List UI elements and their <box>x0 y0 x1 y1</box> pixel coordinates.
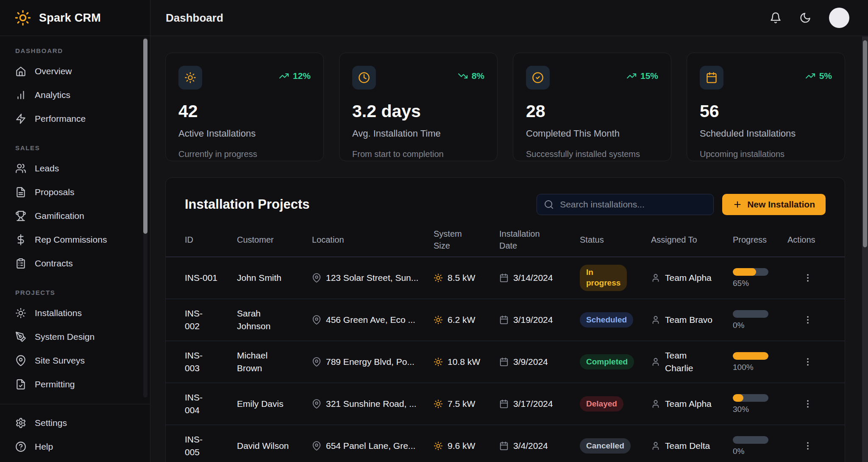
gear-icon <box>15 417 26 428</box>
search-input[interactable] <box>559 199 707 210</box>
stat-value: 28 <box>526 101 658 121</box>
new-installation-button[interactable]: New Installation <box>722 194 826 215</box>
cell-location: 321 Sunshine Road, ... <box>312 398 434 410</box>
trending-down-icon <box>458 71 468 81</box>
more-vertical-icon <box>803 357 813 367</box>
topbar-actions <box>770 8 849 28</box>
sidebar-item-label: Leads <box>35 163 59 174</box>
cell-id: INS-004 <box>185 391 237 417</box>
cell-actions <box>787 271 826 285</box>
sidebar-scrollbar[interactable] <box>143 37 147 398</box>
sidebar-item-overview[interactable]: Overview <box>15 59 128 83</box>
sidebar-item-analytics[interactable]: Analytics <box>15 83 128 107</box>
cell-installation-date: 3/19/2024 <box>499 314 580 326</box>
page-title: Dashboard <box>166 11 223 25</box>
calendar-icon <box>499 273 509 283</box>
sidebar-item-leads[interactable]: Leads <box>15 157 128 180</box>
sidebar-item-label: Proposals <box>35 187 74 197</box>
nav-section-label: SALES <box>15 144 128 151</box>
notifications-button[interactable] <box>770 12 782 24</box>
cell-actions <box>787 397 826 411</box>
stat-label: Active Installations <box>178 128 311 139</box>
progress-bar <box>733 310 768 318</box>
sidebar-item-help[interactable]: Help <box>15 435 135 459</box>
user-icon <box>651 441 660 451</box>
sidebar-item-settings[interactable]: Settings <box>15 411 135 435</box>
cell-actions <box>787 313 826 327</box>
nav-section-dashboard: DASHBOARD Overview Analytics Performance <box>15 47 128 131</box>
stat-cards: 12% 42 Active Installations Currently in… <box>165 53 845 161</box>
stat-trend: 8% <box>458 71 484 81</box>
more-vertical-icon <box>803 273 813 283</box>
column-header-progress: Progress <box>733 234 787 246</box>
clipboard-icon <box>15 258 26 269</box>
sidebar-item-rep-commissions[interactable]: Rep Commissions <box>15 228 128 252</box>
sidebar-item-label: Permitting <box>35 379 75 389</box>
status-badge: Scheduled <box>580 312 633 328</box>
stat-sub: Upcoming installations <box>700 149 832 159</box>
cell-assigned-to: Team Alpha <box>651 272 733 284</box>
sidebar-item-label: System Design <box>35 332 95 342</box>
stat-sub: Currently in progress <box>178 149 311 159</box>
bar-chart-icon <box>15 90 26 101</box>
sidebar-item-label: Site Surveys <box>35 356 85 366</box>
cell-customer: Emily Davis <box>237 398 312 410</box>
sidebar-item-installations[interactable]: Installations <box>15 301 128 325</box>
progress-label: 100% <box>733 363 781 372</box>
page-scrollbar[interactable] <box>862 36 868 462</box>
sidebar-item-label: Gamification <box>35 211 84 221</box>
more-vertical-icon <box>803 441 813 451</box>
progress-label: 0% <box>733 447 781 456</box>
table-row-ins-001: INS-001 John Smith 123 Solar Street, Sun… <box>166 257 845 299</box>
sidebar-item-gamification[interactable]: Gamification <box>15 204 128 228</box>
avatar[interactable] <box>829 8 849 28</box>
cell-system-size: 7.5 kW <box>434 398 499 410</box>
nav-section-label: DASHBOARD <box>15 47 128 54</box>
column-header-id: ID <box>185 234 237 246</box>
page-scrollbar-thumb[interactable] <box>863 40 867 247</box>
sidebar-scrollbar-thumb[interactable] <box>143 39 147 234</box>
cell-assigned-to: Team Alpha <box>651 398 733 410</box>
zap-icon <box>15 113 26 124</box>
sidebar-item-system-design[interactable]: System Design <box>15 325 128 349</box>
cell-status: Cancelled <box>580 438 651 454</box>
status-badge: Completed <box>580 354 634 370</box>
trending-up-icon <box>279 71 289 81</box>
row-actions-button[interactable] <box>801 439 815 453</box>
bell-icon <box>770 12 782 24</box>
sidebar-item-label: Help <box>35 442 53 452</box>
progress-bar <box>733 394 768 402</box>
row-actions-button[interactable] <box>801 271 815 285</box>
row-actions-button[interactable] <box>801 397 815 411</box>
cell-actions <box>787 439 826 453</box>
cell-status: Delayed <box>580 396 651 412</box>
sidebar-item-label: Performance <box>35 114 86 124</box>
nav-section-label: PROJECTS <box>15 289 128 296</box>
user-icon <box>651 357 660 367</box>
trophy-icon <box>15 210 26 221</box>
cell-installation-date: 3/14/2024 <box>499 272 580 284</box>
column-header-installation-date: Installation Date <box>499 228 555 252</box>
sun-icon <box>434 399 443 409</box>
stat-trend: 15% <box>626 71 658 81</box>
column-header-customer: Customer <box>237 234 312 246</box>
more-vertical-icon <box>803 315 813 325</box>
search-icon <box>544 199 554 210</box>
help-icon <box>15 441 26 452</box>
sidebar-item-site-surveys[interactable]: Site Surveys <box>15 349 128 372</box>
cell-customer: John Smith <box>237 272 312 284</box>
sidebar-item-performance[interactable]: Performance <box>15 107 128 131</box>
sidebar-item-proposals[interactable]: Proposals <box>15 180 128 204</box>
sidebar-item-permitting[interactable]: Permitting <box>15 372 128 396</box>
row-actions-button[interactable] <box>801 355 815 369</box>
map-pin-icon <box>312 399 321 409</box>
row-actions-button[interactable] <box>801 313 815 327</box>
stat-trend-value: 5% <box>819 71 832 81</box>
sun-icon <box>434 315 443 325</box>
sidebar-item-contracts[interactable]: Contracts <box>15 252 128 275</box>
pen-tool-icon <box>15 331 26 342</box>
installation-projects-panel: Installation Projects New Installation <box>165 177 845 462</box>
calendar-icon <box>499 315 509 325</box>
dollar-icon <box>15 234 26 245</box>
theme-toggle-button[interactable] <box>799 12 811 24</box>
